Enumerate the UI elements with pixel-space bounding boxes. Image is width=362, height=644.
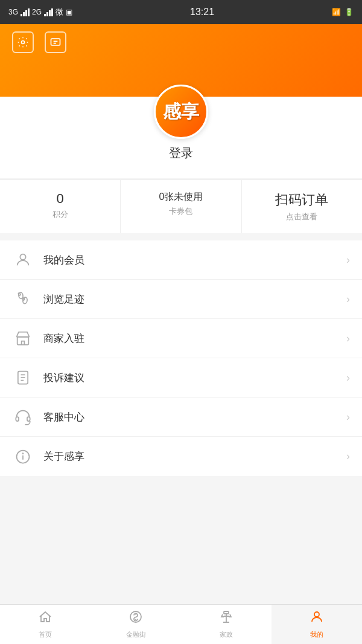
- menu-item-service[interactable]: 客服中心 ›: [0, 398, 362, 437]
- merchant-arrow: ›: [346, 332, 350, 345]
- signal-area: 3G 2G 微 ▣: [8, 7, 72, 18]
- housework-icon: [219, 610, 233, 628]
- nav-mine-label: 我的: [310, 630, 323, 639]
- history-label: 浏览足迹: [43, 292, 346, 306]
- nav-housework[interactable]: 家政: [181, 605, 272, 644]
- coupons-number: 0张未使用: [159, 191, 203, 204]
- headset-icon: [14, 408, 31, 425]
- stat-coupons[interactable]: 0张未使用 卡券包: [121, 180, 241, 233]
- nav-home[interactable]: 首页: [0, 605, 91, 644]
- about-label: 关于感享: [43, 449, 346, 463]
- network-type: 3G: [8, 8, 18, 16]
- nav-home-label: 首页: [39, 630, 52, 639]
- member-icon-wrap: [12, 249, 34, 271]
- points-label: 积分: [52, 209, 68, 220]
- coupons-label: 卡券包: [169, 206, 192, 217]
- menu-item-history[interactable]: 浏览足迹 ›: [0, 280, 362, 319]
- menu-item-merchant[interactable]: 商家入驻 ›: [0, 319, 362, 358]
- battery-icon: 🔋: [345, 8, 354, 16]
- menu-item-member[interactable]: 我的会员 ›: [0, 240, 362, 280]
- status-bar: 3G 2G 微 ▣ 13:21 📶 🔋: [0, 0, 362, 24]
- person-icon: [14, 251, 31, 268]
- svg-rect-1: [51, 39, 60, 45]
- home-icon: [38, 610, 52, 628]
- scan-label: 点击查看: [286, 211, 317, 222]
- svg-point-16: [314, 612, 319, 617]
- svg-point-2: [20, 254, 25, 260]
- points-number: 0: [57, 191, 64, 207]
- service-icon-wrap: [12, 406, 34, 428]
- stats-row: 0 积分 0张未使用 卡券包 扫码订单 点击查看: [0, 179, 362, 233]
- svg-point-13: [22, 453, 23, 454]
- merchant-icon-wrap: [12, 327, 34, 349]
- weibo-icon: 微: [56, 7, 63, 18]
- stat-points[interactable]: 0 积分: [0, 180, 121, 233]
- svg-rect-10: [27, 417, 30, 421]
- clock: 13:21: [190, 7, 214, 18]
- note-icon: [14, 369, 31, 386]
- svg-rect-15: [224, 611, 229, 614]
- history-arrow: ›: [346, 293, 350, 306]
- wifi-icon: 📶: [332, 8, 341, 16]
- right-status: 📶 🔋: [332, 8, 354, 16]
- nav-finance-label: 金融街: [126, 630, 146, 639]
- store-icon: [14, 330, 31, 347]
- sim-icon: ▣: [66, 8, 72, 16]
- settings-button[interactable]: [12, 31, 34, 53]
- nav-finance[interactable]: 金融街: [91, 605, 181, 644]
- profile-section: 感享 登录: [0, 97, 362, 178]
- network-type2: 2G: [32, 8, 42, 16]
- login-button[interactable]: 登录: [169, 145, 193, 161]
- stat-scan[interactable]: 扫码订单 点击查看: [242, 180, 362, 233]
- complaint-arrow: ›: [346, 372, 350, 384]
- avatar[interactable]: 感享: [154, 85, 208, 139]
- bottom-nav: 首页 金融街 家政 我的: [0, 604, 362, 644]
- finance-icon: [129, 610, 143, 628]
- scan-title: 扫码订单: [275, 191, 328, 209]
- service-label: 客服中心: [43, 410, 346, 424]
- menu-item-about[interactable]: 关于感享 ›: [0, 437, 362, 476]
- footprint-icon: [14, 291, 31, 308]
- merchant-label: 商家入驻: [43, 332, 346, 346]
- complaint-label: 投诉建议: [43, 371, 346, 385]
- message-button[interactable]: [45, 31, 66, 53]
- menu-item-complaint[interactable]: 投诉建议 ›: [0, 358, 362, 398]
- member-label: 我的会员: [43, 253, 346, 267]
- member-arrow: ›: [346, 254, 350, 266]
- svg-rect-9: [16, 417, 19, 421]
- service-arrow: ›: [346, 411, 350, 423]
- signal-icon: [21, 8, 30, 16]
- signal-icon2: [44, 8, 53, 16]
- avatar-text: 感享: [163, 103, 199, 121]
- complaint-icon-wrap: [12, 367, 34, 388]
- info-icon: [14, 448, 31, 465]
- about-icon-wrap: [12, 446, 34, 468]
- nav-housework-label: 家政: [220, 630, 233, 639]
- history-icon-wrap: [12, 288, 34, 310]
- about-arrow: ›: [346, 450, 350, 463]
- nav-mine[interactable]: 我的: [272, 605, 362, 644]
- mine-icon: [310, 610, 324, 628]
- svg-point-0: [22, 41, 25, 44]
- header-icons: [12, 31, 66, 53]
- menu-list: 我的会员 › 浏览足迹 › 商家入驻 ›: [0, 240, 362, 476]
